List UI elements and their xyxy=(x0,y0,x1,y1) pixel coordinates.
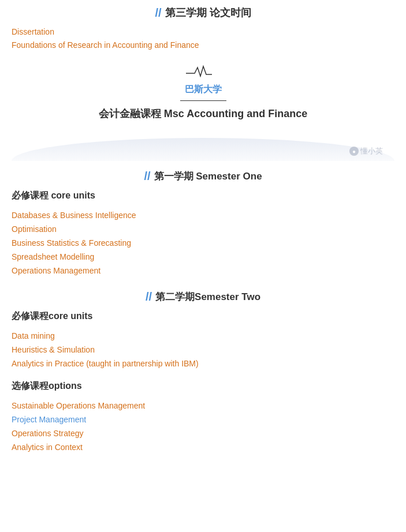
watermark-icon: ● xyxy=(349,147,359,156)
divider xyxy=(180,100,226,101)
watermark-text: ● 懂小英 xyxy=(349,146,383,156)
university-name-link[interactable]: 巴斯大学 xyxy=(185,84,222,94)
dissertation-courses: Dissertation Foundations of Research in … xyxy=(12,27,394,50)
optimisation-link[interactable]: Optimisation xyxy=(12,224,57,234)
program-title: 会计金融课程 Msc Accounting and Finance xyxy=(12,107,394,121)
watermark-curve xyxy=(12,138,394,161)
operations-management-link[interactable]: Operations Management xyxy=(12,266,100,275)
dissertation-link[interactable]: Dissertation xyxy=(12,27,54,36)
list-item: Optimisation xyxy=(12,224,394,234)
semester-one-course-list: Databases & Business Intelligence Optimi… xyxy=(12,210,394,276)
slash-icon-s2: // xyxy=(146,290,152,304)
list-item: Project Management xyxy=(12,414,394,425)
project-management-link[interactable]: Project Management xyxy=(12,415,86,424)
spreadsheet-link[interactable]: Spreadsheet Modelling xyxy=(12,252,94,261)
list-item: Operations Strategy xyxy=(12,428,394,439)
business-statistics-link[interactable]: Business Statistics & Forecasting xyxy=(12,238,131,248)
databases-link[interactable]: Databases & Business Intelligence xyxy=(12,211,136,220)
semester-two-options-list: Sustainable Operations Management Projec… xyxy=(12,400,394,452)
core-units-label-s2: 必修课程core units xyxy=(12,310,394,323)
university-section: 巴斯大学 会计金融课程 Msc Accounting and Finance xyxy=(12,62,394,121)
analytics-practice-link[interactable]: Analytics in Practice (taught in partner… xyxy=(12,359,199,368)
analytics-practice-text: Analytics in Practice (taught in partner… xyxy=(12,359,199,368)
semester-two-core-list: Data mining Heuristics & Simulation Anal… xyxy=(12,331,394,369)
list-item: Operations Management xyxy=(12,265,394,276)
third-semester-label: 第三学期 论文时间 xyxy=(165,6,251,20)
slash-icon-s1: // xyxy=(144,170,150,183)
double-slash-icon: // xyxy=(155,6,161,20)
university-logo-svg xyxy=(180,62,226,79)
sustainable-ops-link[interactable]: Sustainable Operations Management xyxy=(12,401,145,410)
operations-strategy-link[interactable]: Operations Strategy xyxy=(12,429,84,438)
list-item: Data mining xyxy=(12,331,394,341)
third-semester-header: // 第三学期 论文时间 xyxy=(12,6,394,20)
watermark-label: 懂小英 xyxy=(360,146,383,156)
university-logo xyxy=(12,62,394,79)
page-container: // 第三学期 论文时间 Dissertation Foundations of… xyxy=(0,0,406,478)
semester-one-label: 第一学期 Semester One xyxy=(154,170,262,183)
core-units-label-s1: 必修课程 core units xyxy=(12,190,394,202)
semester-two-header: // 第二学期Semester Two xyxy=(12,290,394,304)
list-item: Business Statistics & Forecasting xyxy=(12,238,394,248)
list-item: Analytics in Context xyxy=(12,442,394,452)
semester-two-section: // 第二学期Semester Two 必修课程core units Data … xyxy=(12,290,394,452)
list-item: Databases & Business Intelligence xyxy=(12,210,394,220)
list-item: Sustainable Operations Management xyxy=(12,400,394,411)
list-item: Spreadsheet Modelling xyxy=(12,252,394,262)
list-item: Heuristics & Simulation xyxy=(12,344,394,355)
watermark-area: ● 懂小英 xyxy=(12,126,394,161)
options-section: 选修课程options Sustainable Operations Manag… xyxy=(12,380,394,452)
foundations-link[interactable]: Foundations of Research in Accounting an… xyxy=(12,40,199,50)
semester-one-header: // 第一学期 Semester One xyxy=(12,170,394,183)
semester-one-section: // 第一学期 Semester One 必修课程 core units Dat… xyxy=(12,170,394,276)
dissertation-section: // 第三学期 论文时间 Dissertation Foundations of… xyxy=(12,6,394,50)
list-item: Analytics in Practice (taught in partner… xyxy=(12,358,394,369)
heuristics-link[interactable]: Heuristics & Simulation xyxy=(12,345,95,354)
semester-two-label: 第二学期Semester Two xyxy=(155,290,260,304)
data-mining-link[interactable]: Data mining xyxy=(12,331,55,340)
options-title: 选修课程options xyxy=(12,380,394,392)
analytics-context-link[interactable]: Analytics in Context xyxy=(12,443,83,452)
